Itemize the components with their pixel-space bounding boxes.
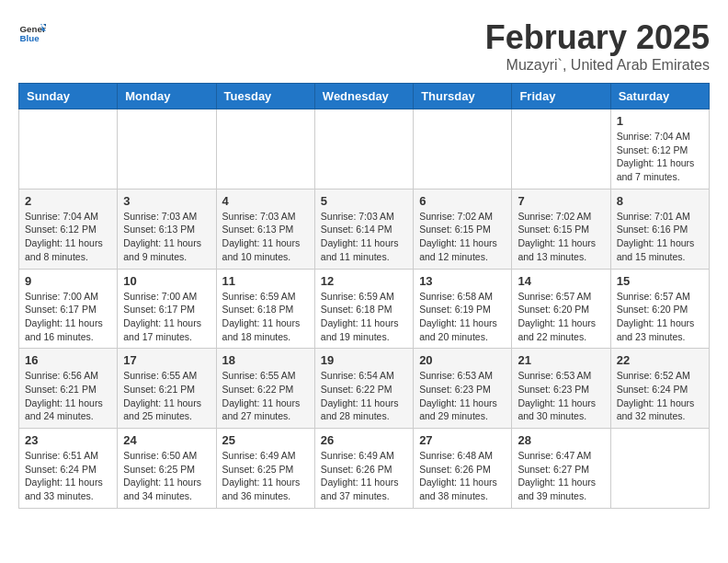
day-info: Sunrise: 6:53 AM Sunset: 6:23 PM Dayligh… bbox=[518, 369, 604, 423]
day-cell: 20Sunrise: 6:53 AM Sunset: 6:23 PM Dayli… bbox=[414, 349, 512, 429]
day-info: Sunrise: 6:47 AM Sunset: 6:27 PM Dayligh… bbox=[518, 449, 604, 503]
day-cell bbox=[314, 109, 413, 190]
day-info: Sunrise: 6:51 AM Sunset: 6:24 PM Dayligh… bbox=[25, 449, 111, 503]
week-row-1: 1Sunrise: 7:04 AM Sunset: 6:12 PM Daylig… bbox=[19, 109, 710, 190]
day-cell: 19Sunrise: 6:54 AM Sunset: 6:22 PM Dayli… bbox=[314, 349, 413, 429]
calendar-table: SundayMondayTuesdayWednesdayThursdayFrid… bbox=[18, 83, 710, 509]
day-info: Sunrise: 6:48 AM Sunset: 6:26 PM Dayligh… bbox=[419, 449, 506, 503]
week-row-4: 16Sunrise: 6:56 AM Sunset: 6:21 PM Dayli… bbox=[19, 349, 710, 429]
day-cell: 28Sunrise: 6:47 AM Sunset: 6:27 PM Dayli… bbox=[512, 429, 610, 509]
day-info: Sunrise: 6:57 AM Sunset: 6:20 PM Dayligh… bbox=[518, 290, 604, 344]
day-number: 2 bbox=[25, 194, 111, 208]
title-section: February 2025 Muzayri`, United Arab Emir… bbox=[485, 18, 710, 74]
day-info: Sunrise: 6:54 AM Sunset: 6:22 PM Dayligh… bbox=[321, 369, 407, 423]
day-cell bbox=[118, 109, 216, 190]
day-cell bbox=[414, 109, 512, 190]
day-info: Sunrise: 6:55 AM Sunset: 6:22 PM Dayligh… bbox=[222, 369, 309, 423]
day-cell: 6Sunrise: 7:02 AM Sunset: 6:15 PM Daylig… bbox=[414, 189, 512, 269]
week-row-3: 9Sunrise: 7:00 AM Sunset: 6:17 PM Daylig… bbox=[19, 269, 710, 349]
day-cell: 11Sunrise: 6:59 AM Sunset: 6:18 PM Dayli… bbox=[216, 269, 314, 349]
weekday-header-row: SundayMondayTuesdayWednesdayThursdayFrid… bbox=[19, 84, 710, 109]
svg-text:Blue: Blue bbox=[20, 33, 40, 43]
weekday-header-monday: Monday bbox=[118, 84, 216, 109]
day-number: 3 bbox=[123, 194, 210, 208]
day-info: Sunrise: 6:49 AM Sunset: 6:25 PM Dayligh… bbox=[222, 449, 309, 503]
page-header: General Blue February 2025 Muzayri`, Uni… bbox=[18, 18, 710, 74]
day-cell: 25Sunrise: 6:49 AM Sunset: 6:25 PM Dayli… bbox=[216, 429, 314, 509]
week-row-5: 23Sunrise: 6:51 AM Sunset: 6:24 PM Dayli… bbox=[19, 429, 710, 509]
day-info: Sunrise: 7:00 AM Sunset: 6:17 PM Dayligh… bbox=[123, 290, 210, 344]
day-cell: 9Sunrise: 7:00 AM Sunset: 6:17 PM Daylig… bbox=[19, 269, 118, 349]
day-info: Sunrise: 7:01 AM Sunset: 6:16 PM Dayligh… bbox=[617, 210, 703, 264]
day-info: Sunrise: 6:52 AM Sunset: 6:24 PM Dayligh… bbox=[617, 369, 703, 423]
day-cell: 3Sunrise: 7:03 AM Sunset: 6:13 PM Daylig… bbox=[118, 189, 216, 269]
day-cell: 18Sunrise: 6:55 AM Sunset: 6:22 PM Dayli… bbox=[216, 349, 314, 429]
day-cell: 27Sunrise: 6:48 AM Sunset: 6:26 PM Dayli… bbox=[414, 429, 512, 509]
day-number: 20 bbox=[419, 353, 506, 367]
day-cell: 24Sunrise: 6:50 AM Sunset: 6:25 PM Dayli… bbox=[118, 429, 216, 509]
day-cell: 26Sunrise: 6:49 AM Sunset: 6:26 PM Dayli… bbox=[314, 429, 413, 509]
day-number: 7 bbox=[518, 194, 604, 208]
weekday-header-saturday: Saturday bbox=[610, 84, 709, 109]
weekday-header-wednesday: Wednesday bbox=[314, 84, 413, 109]
day-number: 13 bbox=[419, 274, 506, 288]
day-info: Sunrise: 7:02 AM Sunset: 6:15 PM Dayligh… bbox=[518, 210, 604, 264]
day-number: 1 bbox=[617, 114, 703, 128]
location-subtitle: Muzayri`, United Arab Emirates bbox=[485, 57, 710, 74]
day-number: 17 bbox=[123, 353, 210, 367]
day-number: 10 bbox=[123, 274, 210, 288]
day-cell: 2Sunrise: 7:04 AM Sunset: 6:12 PM Daylig… bbox=[19, 189, 118, 269]
day-info: Sunrise: 6:59 AM Sunset: 6:18 PM Dayligh… bbox=[321, 290, 407, 344]
day-info: Sunrise: 6:53 AM Sunset: 6:23 PM Dayligh… bbox=[419, 369, 506, 423]
day-cell: 14Sunrise: 6:57 AM Sunset: 6:20 PM Dayli… bbox=[512, 269, 610, 349]
day-number: 14 bbox=[518, 274, 604, 288]
day-number: 19 bbox=[321, 353, 407, 367]
weekday-header-tuesday: Tuesday bbox=[216, 84, 314, 109]
day-info: Sunrise: 6:50 AM Sunset: 6:25 PM Dayligh… bbox=[123, 449, 210, 503]
day-info: Sunrise: 6:55 AM Sunset: 6:21 PM Dayligh… bbox=[123, 369, 210, 423]
day-number: 26 bbox=[321, 433, 407, 447]
day-number: 24 bbox=[123, 433, 210, 447]
logo: General Blue bbox=[18, 18, 46, 46]
day-cell: 16Sunrise: 6:56 AM Sunset: 6:21 PM Dayli… bbox=[19, 349, 118, 429]
day-number: 18 bbox=[222, 353, 309, 367]
week-row-2: 2Sunrise: 7:04 AM Sunset: 6:12 PM Daylig… bbox=[19, 189, 710, 269]
day-info: Sunrise: 7:03 AM Sunset: 6:14 PM Dayligh… bbox=[321, 210, 407, 264]
day-number: 21 bbox=[518, 353, 604, 367]
day-cell: 1Sunrise: 7:04 AM Sunset: 6:12 PM Daylig… bbox=[610, 109, 709, 190]
day-cell: 7Sunrise: 7:02 AM Sunset: 6:15 PM Daylig… bbox=[512, 189, 610, 269]
day-info: Sunrise: 7:03 AM Sunset: 6:13 PM Dayligh… bbox=[222, 210, 309, 264]
day-number: 28 bbox=[518, 433, 604, 447]
day-info: Sunrise: 6:59 AM Sunset: 6:18 PM Dayligh… bbox=[222, 290, 309, 344]
day-cell: 10Sunrise: 7:00 AM Sunset: 6:17 PM Dayli… bbox=[118, 269, 216, 349]
day-info: Sunrise: 7:04 AM Sunset: 6:12 PM Dayligh… bbox=[25, 210, 111, 264]
day-number: 16 bbox=[25, 353, 111, 367]
day-cell: 22Sunrise: 6:52 AM Sunset: 6:24 PM Dayli… bbox=[610, 349, 709, 429]
day-cell: 13Sunrise: 6:58 AM Sunset: 6:19 PM Dayli… bbox=[414, 269, 512, 349]
day-cell: 15Sunrise: 6:57 AM Sunset: 6:20 PM Dayli… bbox=[610, 269, 709, 349]
day-cell: 21Sunrise: 6:53 AM Sunset: 6:23 PM Dayli… bbox=[512, 349, 610, 429]
day-info: Sunrise: 6:56 AM Sunset: 6:21 PM Dayligh… bbox=[25, 369, 111, 423]
day-number: 25 bbox=[222, 433, 309, 447]
day-cell: 4Sunrise: 7:03 AM Sunset: 6:13 PM Daylig… bbox=[216, 189, 314, 269]
day-cell: 5Sunrise: 7:03 AM Sunset: 6:14 PM Daylig… bbox=[314, 189, 413, 269]
day-number: 27 bbox=[419, 433, 506, 447]
weekday-header-friday: Friday bbox=[512, 84, 610, 109]
day-number: 9 bbox=[25, 274, 111, 288]
day-info: Sunrise: 7:02 AM Sunset: 6:15 PM Dayligh… bbox=[419, 210, 506, 264]
month-year-title: February 2025 bbox=[485, 18, 710, 57]
day-cell: 23Sunrise: 6:51 AM Sunset: 6:24 PM Dayli… bbox=[19, 429, 118, 509]
day-number: 6 bbox=[419, 194, 506, 208]
day-info: Sunrise: 6:58 AM Sunset: 6:19 PM Dayligh… bbox=[419, 290, 506, 344]
day-number: 23 bbox=[25, 433, 111, 447]
weekday-header-sunday: Sunday bbox=[19, 84, 118, 109]
day-number: 8 bbox=[617, 194, 703, 208]
day-number: 15 bbox=[617, 274, 703, 288]
day-cell: 17Sunrise: 6:55 AM Sunset: 6:21 PM Dayli… bbox=[118, 349, 216, 429]
day-cell: 8Sunrise: 7:01 AM Sunset: 6:16 PM Daylig… bbox=[610, 189, 709, 269]
logo-icon: General Blue bbox=[18, 18, 46, 46]
day-cell bbox=[610, 429, 709, 509]
day-info: Sunrise: 6:57 AM Sunset: 6:20 PM Dayligh… bbox=[617, 290, 703, 344]
day-cell: 12Sunrise: 6:59 AM Sunset: 6:18 PM Dayli… bbox=[314, 269, 413, 349]
day-number: 11 bbox=[222, 274, 309, 288]
